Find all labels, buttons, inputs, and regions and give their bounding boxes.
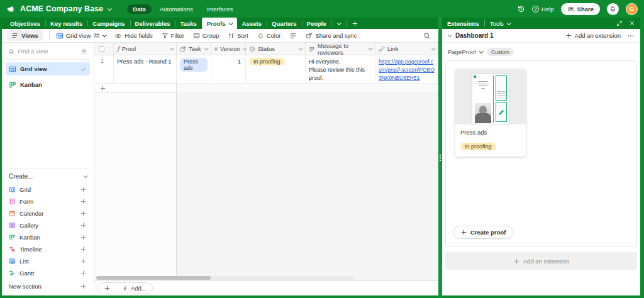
gallery-view-icon <box>9 222 16 229</box>
find-view-row <box>6 47 90 60</box>
kanban-view-icon <box>9 234 16 241</box>
column-header-proof[interactable]: ƒ Proof <box>114 43 177 55</box>
hide-fields-button[interactable]: Hide fields <box>114 32 152 40</box>
select-all-checkbox[interactable] <box>99 46 104 52</box>
help-button[interactable]: ? Help <box>532 6 554 13</box>
tab-objectives[interactable]: Objectives <box>5 18 45 29</box>
chevron-down-icon <box>84 174 88 178</box>
find-view-input[interactable] <box>18 48 77 55</box>
plus-icon <box>104 285 111 292</box>
avatar[interactable]: G <box>626 3 638 15</box>
new-section-button[interactable]: New section <box>6 279 90 293</box>
column-header-version[interactable]: # Version <box>211 43 246 55</box>
add-extension-placeholder[interactable]: Add an extension <box>445 252 637 270</box>
tab-people[interactable]: People <box>302 18 331 29</box>
create-calendar[interactable]: Calendar <box>6 207 90 219</box>
row-number: 1 <box>94 55 114 83</box>
add-table-button[interactable] <box>346 18 364 29</box>
add-row <box>94 84 438 93</box>
tab-quarters[interactable]: Quarters <box>267 18 302 29</box>
add-extension-button[interactable]: Add an extension <box>565 32 621 39</box>
add-menu-button[interactable]: Add... <box>116 283 152 294</box>
share-and-sync-button[interactable]: Share and sync <box>306 32 357 39</box>
add-record-button[interactable] <box>98 283 116 294</box>
history-icon[interactable] <box>517 5 525 13</box>
tools-menu[interactable]: Tools <box>490 20 510 27</box>
check-icon <box>80 66 87 72</box>
plus-icon <box>352 20 358 27</box>
gear-icon[interactable] <box>80 48 87 55</box>
nav-data[interactable]: Data <box>127 4 152 14</box>
create-header[interactable]: Create... <box>6 173 90 184</box>
tab-assets[interactable]: Assets <box>237 18 267 29</box>
filter-button[interactable]: Filter <box>162 32 184 39</box>
tab-campaigns[interactable]: Campaigns <box>87 18 130 29</box>
single-select-field-icon <box>249 46 255 52</box>
views-button[interactable]: Views <box>7 30 43 41</box>
create-proof-button[interactable]: Create proof <box>453 226 513 239</box>
column-header-message[interactable]: Message to reviewers <box>306 43 375 55</box>
collaborators-icon <box>93 32 100 39</box>
grid-view-button[interactable]: Grid view <box>56 32 106 40</box>
column-header-task[interactable]: Task <box>177 43 211 55</box>
base-switcher[interactable]: ACME Company Base <box>6 4 111 14</box>
cell-proof[interactable]: Press ads - Round 1 <box>114 55 177 83</box>
create-gallery[interactable]: Gallery <box>6 219 90 231</box>
group-button[interactable]: Group <box>193 32 219 39</box>
sidebar-view-grid[interactable]: Grid view <box>6 62 90 75</box>
horizontal-scrollbar[interactable] <box>96 276 211 280</box>
table-row[interactable]: 1 Press ads - Round 1 Press ads 1 In pro… <box>94 55 438 84</box>
expand-icon[interactable] <box>616 20 623 26</box>
create-section: Create... Grid Form <box>6 168 90 293</box>
custom-tab[interactable]: Custom <box>487 48 514 56</box>
tab-deliverables[interactable]: Deliverables <box>130 18 175 29</box>
chevron-down-icon <box>336 21 341 25</box>
plus-icon <box>565 32 572 39</box>
tab-tasks[interactable]: Tasks <box>175 18 202 29</box>
linked-record-chip[interactable]: Press ads <box>180 58 208 72</box>
table-list-dropdown[interactable] <box>331 18 346 29</box>
top-bar: ACME Company Base Data Automations Inter… <box>0 0 644 18</box>
cell-version[interactable]: 1 <box>211 55 246 83</box>
nav-interfaces[interactable]: Interfaces <box>201 4 239 14</box>
cell-task[interactable]: Press ads <box>177 55 211 83</box>
body-row: Objectives Key results Campaigns Deliver… <box>0 18 644 298</box>
share-button[interactable]: Share <box>561 3 600 15</box>
column-header-status[interactable]: Status <box>246 43 306 55</box>
tab-proofs-active[interactable]: Proofs <box>202 18 237 29</box>
color-button[interactable]: Color <box>257 32 281 39</box>
plus-icon <box>80 270 87 277</box>
pageproof-extension-menu[interactable]: PageProof <box>448 48 482 55</box>
create-form[interactable]: Form <box>6 196 90 207</box>
chevron-down-icon <box>369 46 373 50</box>
plus-icon <box>80 246 87 253</box>
proof-link[interactable]: https://app.pageproof.com/proof-screen/P… <box>379 58 435 81</box>
grid-header: ƒ Proof Task # Version <box>94 43 438 55</box>
create-grid[interactable]: Grid <box>6 184 90 196</box>
more-options-icon[interactable] <box>627 32 635 40</box>
base-name: ACME Company Base <box>20 4 103 13</box>
close-icon[interactable] <box>629 20 635 26</box>
nav-automations[interactable]: Automations <box>154 4 199 14</box>
create-timeline[interactable]: Timeline <box>6 243 90 255</box>
create-kanban[interactable]: Kanban <box>6 231 90 243</box>
cell-status[interactable]: In proofing <box>246 55 306 83</box>
search-icon[interactable] <box>423 32 431 40</box>
horizontal-scrollbar-track[interactable] <box>96 276 354 280</box>
tab-key-results[interactable]: Key results <box>45 18 87 29</box>
notifications-button[interactable] <box>607 3 619 15</box>
create-gantt[interactable]: Gantt <box>6 267 90 279</box>
column-header-link[interactable]: Link <box>375 43 438 55</box>
view-toolbar: Views Grid view Hide fields <box>2 29 438 43</box>
sidebar-view-kanban[interactable]: Kanban <box>6 78 90 91</box>
add-row-button[interactable] <box>94 84 177 93</box>
status-badge[interactable]: In proofing <box>249 58 285 65</box>
proof-card[interactable]: Press ads In proofing <box>455 69 526 157</box>
row-height-button[interactable] <box>289 32 297 40</box>
cell-link[interactable]: https://app.pageproof.com/proof-screen/P… <box>375 55 438 83</box>
plus-icon <box>99 85 106 92</box>
create-list[interactable]: List <box>6 255 90 267</box>
cell-message[interactable]: Hi everyone, Please review this this pro… <box>306 55 375 83</box>
sort-button[interactable]: Sort <box>228 32 248 39</box>
chevron-down-icon[interactable] <box>448 33 452 37</box>
